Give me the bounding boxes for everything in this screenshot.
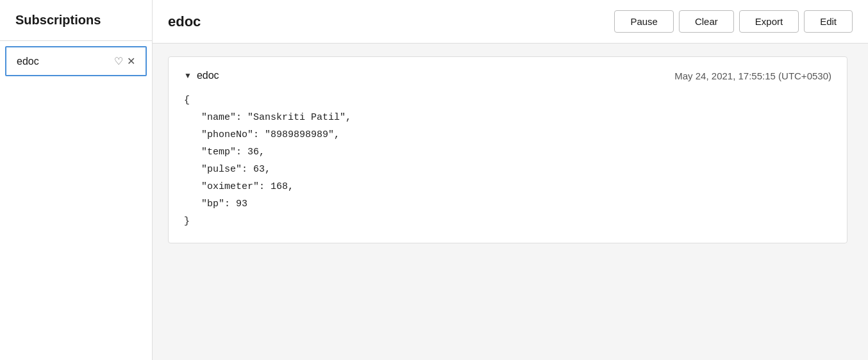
sidebar: Subscriptions edoc ♡ ✕ [0,0,153,360]
collapse-icon[interactable]: ▼ [184,71,192,80]
edit-button[interactable]: Edit [804,10,853,33]
message-topic: ▼ edoc [184,70,219,81]
export-button[interactable]: Export [739,10,799,33]
header-buttons: Pause Clear Export Edit [614,10,853,33]
message-body: { "name": "Sanskriti Patil", "phoneNo": … [184,92,831,230]
main-header: edoc Pause Clear Export Edit [153,0,868,44]
message-timestamp: May 24, 2021, 17:55:15 (UTC+0530) [674,70,831,81]
main-content: edoc Pause Clear Export Edit ▼ edoc May … [153,0,868,360]
sidebar-item-actions: ♡ ✕ [114,55,135,67]
main-body: ▼ edoc May 24, 2021, 17:55:15 (UTC+0530)… [153,44,868,360]
page-title: edoc [168,13,604,30]
sidebar-item-edoc[interactable]: edoc ♡ ✕ [5,46,147,76]
topic-label: edoc [197,70,219,81]
message-card-header: ▼ edoc May 24, 2021, 17:55:15 (UTC+0530) [184,70,831,81]
sidebar-item-label: edoc [17,56,39,67]
message-card: ▼ edoc May 24, 2021, 17:55:15 (UTC+0530)… [168,56,847,243]
clear-button[interactable]: Clear [679,10,734,33]
pause-button[interactable]: Pause [614,10,674,33]
close-icon[interactable]: ✕ [127,55,135,67]
sidebar-title: Subscriptions [0,0,152,41]
heart-icon[interactable]: ♡ [114,55,123,67]
